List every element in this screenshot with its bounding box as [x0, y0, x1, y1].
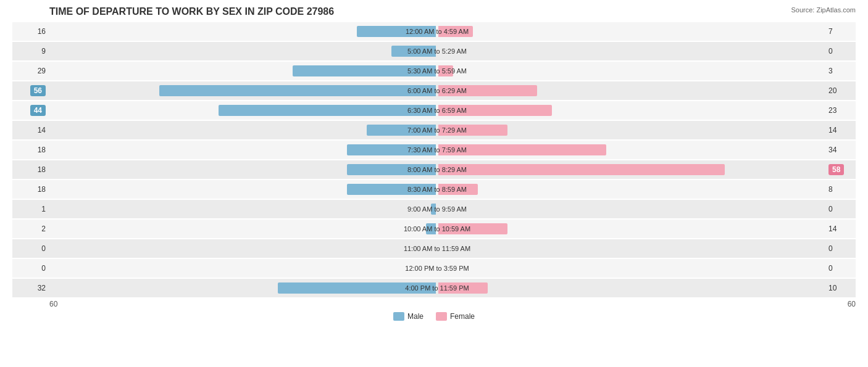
male-bar [278, 282, 436, 294]
left-value: 2 [12, 225, 49, 233]
male-bar [159, 85, 436, 96]
right-bar-wrap [437, 160, 825, 179]
female-value-box: 58 [828, 164, 844, 175]
female-bar [438, 105, 552, 116]
left-bar-wrap [49, 62, 437, 80]
male-value: 18 [38, 165, 46, 174]
male-value: 2 [41, 225, 46, 233]
bars-center: 5:30 AM to 5:59 AM [49, 62, 825, 80]
female-bar [438, 65, 453, 76]
male-bar [367, 125, 436, 136]
male-value: 18 [38, 146, 46, 154]
bars-center: 10:00 AM to 10:59 AM [49, 220, 825, 238]
female-value: 0 [828, 244, 833, 253]
bars-center: 11:00 AM to 11:59 AM [49, 239, 825, 258]
female-value: 3 [828, 67, 833, 75]
left-bar-wrap [49, 239, 437, 258]
right-value: 0 [825, 264, 856, 273]
axis-left: 60 [49, 300, 453, 308]
chart-row: 44 6:30 AM to 6:59 AM 23 [12, 101, 856, 120]
right-bar-wrap [437, 220, 825, 238]
right-bar-wrap [437, 81, 825, 100]
chart-row: 0 12:00 PM to 3:59 PM 0 [12, 259, 856, 278]
female-value: 0 [828, 205, 833, 213]
legend-male-label: Male [407, 312, 424, 321]
right-value: 14 [825, 126, 856, 134]
legend-female-box [436, 312, 447, 321]
legend-female: Female [436, 312, 475, 321]
left-bar-wrap [49, 22, 437, 41]
right-value: 0 [825, 47, 856, 56]
female-bar [438, 26, 473, 37]
female-value: 20 [828, 86, 837, 95]
left-value: 0 [12, 264, 49, 273]
male-bar [357, 26, 436, 37]
bars-center: 6:30 AM to 6:59 AM [49, 101, 825, 120]
female-bar [438, 144, 606, 155]
male-value: 32 [38, 284, 46, 292]
left-value: 29 [12, 67, 49, 75]
right-bar-wrap [437, 141, 825, 159]
female-value: 34 [828, 146, 837, 154]
chart-row: 18 7:30 AM to 7:59 AM 34 [12, 141, 856, 159]
male-value: 1 [41, 205, 46, 213]
left-value: 9 [12, 47, 49, 56]
right-value: 10 [825, 284, 856, 292]
chart-row: 32 4:00 PM to 11:59 PM 10 [12, 279, 856, 297]
male-value: 0 [41, 244, 46, 253]
male-bar [426, 223, 436, 234]
male-value: 9 [41, 47, 46, 56]
right-bar-wrap [437, 279, 825, 297]
female-bar [438, 125, 507, 136]
right-bar-wrap [437, 180, 825, 199]
male-value-box: 56 [30, 85, 46, 96]
female-value: 0 [828, 264, 833, 273]
right-value: 23 [825, 106, 856, 115]
male-bar [431, 204, 436, 215]
right-value: 58 [825, 165, 856, 174]
right-value: 34 [825, 146, 856, 154]
bars-center: 12:00 AM to 4:59 AM [49, 22, 825, 41]
left-value: 18 [12, 146, 49, 154]
bars-center: 8:30 AM to 8:59 AM [49, 180, 825, 199]
chart-row: 56 6:00 AM to 6:29 AM 20 [12, 81, 856, 100]
source-text: Source: ZipAtlas.com [791, 6, 856, 14]
right-value: 0 [825, 244, 856, 253]
bars-center: 4:00 PM to 11:59 PM [49, 279, 825, 297]
right-bar-wrap [437, 121, 825, 139]
female-bar [438, 282, 488, 294]
chart-row: 18 8:30 AM to 8:59 AM 8 [12, 180, 856, 199]
chart-row: 29 5:30 AM to 5:59 AM 3 [12, 62, 856, 80]
left-bar-wrap [49, 180, 437, 199]
female-bar [438, 184, 478, 195]
left-value: 56 [12, 86, 49, 95]
right-bar-wrap [437, 22, 825, 41]
female-bar [438, 85, 537, 96]
chart-row: 0 11:00 AM to 11:59 AM 0 [12, 239, 856, 258]
left-bar-wrap [49, 81, 437, 100]
bars-center: 9:00 AM to 9:59 AM [49, 200, 825, 218]
legend-female-label: Female [450, 312, 475, 321]
female-value: 8 [828, 185, 833, 194]
left-value: 14 [12, 126, 49, 134]
chart-row: 16 12:00 AM to 4:59 AM 7 [12, 22, 856, 41]
female-value: 14 [828, 126, 837, 134]
male-value: 0 [41, 264, 46, 273]
left-bar-wrap [49, 279, 437, 297]
right-bar-wrap [437, 101, 825, 120]
female-value: 23 [828, 106, 837, 115]
female-bar [438, 223, 507, 234]
female-bar [438, 164, 725, 175]
right-bar-wrap [437, 42, 825, 60]
right-value: 8 [825, 185, 856, 194]
female-value: 10 [828, 284, 837, 292]
right-bar-wrap [437, 259, 825, 278]
left-bar-wrap [49, 160, 437, 179]
right-bar-wrap [437, 239, 825, 258]
right-bar-wrap [437, 62, 825, 80]
male-bar [347, 144, 436, 155]
left-value: 16 [12, 27, 49, 36]
male-value: 14 [38, 126, 46, 134]
bars-center: 12:00 PM to 3:59 PM [49, 259, 825, 278]
legend: Male Female [12, 312, 856, 321]
